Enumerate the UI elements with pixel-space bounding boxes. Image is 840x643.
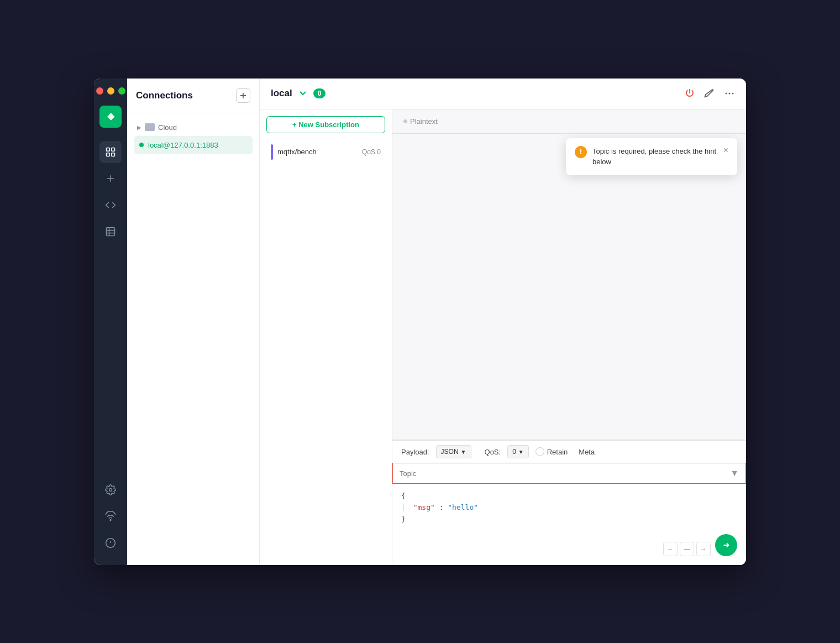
svg-point-10 (109, 488, 112, 491)
chevron-right-icon: ▶ (137, 124, 141, 130)
sub-indicator (271, 144, 273, 160)
sidebar-item-connections[interactable] (99, 141, 122, 163)
svg-point-11 (110, 519, 111, 520)
sidebar-item-sponsor[interactable] (99, 505, 122, 527)
sub-qos: QoS 0 (362, 148, 381, 156)
cloud-group-label: Cloud (158, 123, 177, 132)
code-line-3: } (401, 514, 737, 525)
connections-title: Connections (136, 90, 193, 101)
sidebar-item-about[interactable] (99, 532, 122, 554)
alert-close-button[interactable]: × (723, 146, 728, 155)
sub-left: mqttx/bench (271, 144, 317, 160)
logo-icon[interactable] (99, 106, 122, 128)
qos-selected-value: 0 (512, 448, 516, 456)
format-chevron-icon: ▼ (461, 449, 466, 455)
connection-name: local@127.0.0.1:1883 (148, 141, 218, 149)
payload-label: Payload: (401, 448, 429, 456)
right-panel: Plaintext Payload: JSON ▼ QoS (392, 109, 746, 565)
main-content: local 0 (260, 79, 746, 565)
retain-label: Retain (547, 448, 568, 456)
send-btn-container (715, 534, 737, 556)
svg-rect-1 (112, 148, 115, 151)
edit-button[interactable] (704, 88, 715, 99)
meta-button[interactable]: Meta (574, 446, 599, 458)
code-pipe: | (401, 503, 406, 511)
code-sep: : (439, 503, 448, 511)
content-area: + New Subscription mqttx/bench QoS 0 Pla… (260, 109, 746, 565)
history-arrows: ← — → (663, 542, 711, 556)
message-editor[interactable]: { | "msg" : "hello" } (392, 484, 746, 531)
connection-group: ▶ Cloud local@127.0.0.1:1883 (127, 113, 259, 160)
composer-actions: ← — → (392, 532, 746, 565)
maximize-dot[interactable] (118, 87, 125, 95)
code-line-2: | "msg" : "hello" (401, 502, 737, 514)
top-bar: local 0 (260, 79, 746, 109)
topic-chevron-icon[interactable]: ▼ (730, 468, 739, 478)
qos-label: QoS: (485, 448, 501, 456)
history-clear-button[interactable]: — (680, 542, 694, 556)
sub-topic: mqttx/bench (277, 148, 317, 156)
topic-input[interactable] (400, 469, 730, 478)
warning-icon: ! (575, 146, 587, 158)
connection-item[interactable]: local@127.0.0.1:1883 (134, 136, 253, 154)
svg-point-17 (726, 93, 727, 95)
format-bar: Payload: JSON ▼ QoS: 0 ▼ (392, 440, 746, 463)
close-dot[interactable] (96, 87, 103, 95)
history-prev-button[interactable]: ← (663, 542, 678, 556)
send-button[interactable] (715, 534, 737, 556)
code-line-1: { (401, 490, 737, 502)
format-selected-value: JSON (441, 448, 459, 456)
connections-header: Connections (127, 79, 259, 113)
retain-checkbox[interactable]: Retain (536, 447, 568, 456)
sidebar-item-scripting[interactable] (99, 194, 122, 216)
minimize-dot[interactable] (107, 87, 114, 95)
folder-icon (145, 123, 155, 131)
qos-select[interactable]: 0 ▼ (507, 445, 529, 458)
top-bar-left: local 0 (271, 88, 326, 99)
code-value: "hello" (448, 503, 478, 511)
alert-message: Topic is required, please check the hint… (592, 146, 718, 168)
subscriptions-panel: + New Subscription mqttx/bench QoS 0 (260, 109, 392, 565)
format-select[interactable]: JSON ▼ (436, 445, 471, 458)
retain-circle (536, 447, 544, 456)
message-count-badge: 0 (313, 88, 326, 98)
topic-input-row: ▼ (392, 463, 746, 484)
tab-plaintext[interactable]: Plaintext (403, 115, 438, 128)
tab-bar: Plaintext (392, 109, 746, 134)
history-next-button[interactable]: → (696, 542, 711, 556)
open-brace: { (401, 492, 406, 500)
power-button[interactable] (684, 88, 695, 99)
tab-status-dot (403, 119, 407, 123)
svg-rect-2 (107, 153, 110, 156)
svg-rect-6 (107, 227, 115, 236)
qos-chevron-icon: ▼ (518, 449, 524, 455)
connections-panel: Connections ▶ Cloud local@127.0.0.1:1883 (127, 79, 260, 565)
active-connection-title: local (271, 88, 292, 99)
svg-rect-0 (107, 148, 110, 151)
svg-point-18 (729, 93, 731, 95)
connection-status-dot (139, 143, 144, 147)
connection-chevron-button[interactable] (298, 88, 308, 98)
sidebar-item-log[interactable] (99, 221, 122, 243)
sidebar (94, 79, 127, 565)
svg-point-19 (732, 93, 734, 95)
code-key: "msg" (413, 503, 435, 511)
more-options-button[interactable] (724, 88, 735, 99)
tab-plaintext-label: Plaintext (410, 117, 438, 126)
add-connection-button[interactable] (236, 88, 250, 103)
alert-popup: ! Topic is required, please check the hi… (566, 138, 737, 175)
subscription-item[interactable]: mqttx/bench QoS 0 (266, 140, 385, 164)
top-bar-right (684, 88, 735, 99)
new-subscription-button[interactable]: + New Subscription (266, 116, 385, 133)
message-composer: Payload: JSON ▼ QoS: 0 ▼ (392, 440, 746, 564)
messages-area[interactable] (392, 134, 746, 440)
svg-rect-3 (112, 153, 115, 156)
window-controls (96, 87, 125, 95)
sidebar-item-settings[interactable] (99, 479, 122, 501)
close-brace: } (401, 515, 406, 523)
cloud-group-item[interactable]: ▶ Cloud (134, 119, 253, 136)
sidebar-item-add[interactable] (99, 168, 122, 190)
